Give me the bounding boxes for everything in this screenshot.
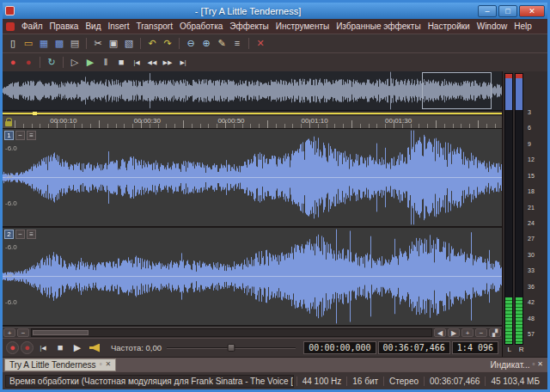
menu-item-2[interactable]: Вид: [82, 21, 104, 31]
pause-icon: ‖: [104, 58, 108, 67]
status-fields: 44 100 Hz16 битСтерео00:36:07,46645 103,…: [296, 377, 545, 386]
play-mini-button[interactable]: ▶: [70, 340, 85, 356]
meter-level-segment: [516, 297, 522, 344]
stop-button[interactable]: ■: [113, 55, 129, 70]
zoom-out-button[interactable]: −: [475, 328, 487, 337]
fast-forward-button[interactable]: ▶▶: [160, 55, 175, 70]
frequency-slider[interactable]: [167, 343, 296, 352]
ruler-major-ticks: [15, 120, 502, 128]
rewind-button[interactable]: ◀◀: [144, 55, 160, 70]
channel-collapse-button[interactable]: −: [15, 131, 25, 140]
overview-strip[interactable]: [3, 71, 502, 111]
channel-collapse-button[interactable]: −: [15, 230, 25, 239]
paste-button[interactable]: ▧: [121, 36, 137, 52]
channel-menu-button[interactable]: ≡: [27, 131, 36, 140]
db-scale-label: -∞: [5, 173, 12, 181]
zoom-in-button[interactable]: +: [461, 328, 474, 337]
zoom-in-time-button[interactable]: +: [3, 328, 15, 337]
save-all-button[interactable]: ▩: [52, 36, 67, 52]
menu-item-8[interactable]: Избранные эффекты: [333, 21, 424, 31]
record-mini-button[interactable]: ●: [6, 341, 19, 354]
view-indicator[interactable]: [422, 72, 492, 109]
monitor-speaker-icon: [89, 344, 100, 352]
pause-button[interactable]: ‖: [98, 55, 113, 70]
new-file-button[interactable]: ▯: [5, 36, 21, 52]
panel-pin-icon[interactable]: ▫: [532, 361, 535, 368]
go-to-end-button[interactable]: ▶|: [175, 55, 191, 70]
menu-item-5[interactable]: Обработка: [176, 21, 226, 31]
loop-playback-button[interactable]: ↻: [44, 55, 59, 70]
waveform-canvas-1[interactable]: [3, 129, 502, 226]
meter-bar-right[interactable]: [515, 73, 523, 345]
go-to-start-button[interactable]: |◀: [129, 55, 144, 70]
cut-button[interactable]: ✂: [90, 36, 106, 52]
meter-scale-label: 3: [528, 109, 531, 115]
record-remote-button[interactable]: ●: [21, 341, 34, 354]
tab-close-icon[interactable]: ✕: [105, 361, 111, 368]
menu-item-1[interactable]: Правка: [46, 21, 82, 31]
meter-scale-label: 48: [528, 315, 535, 321]
close-button[interactable]: ✕: [519, 5, 545, 17]
channel-number-badge[interactable]: 1: [4, 131, 14, 140]
copy-button[interactable]: ▣: [106, 36, 121, 52]
lock-icon[interactable]: [5, 121, 12, 126]
minimize-button[interactable]: –: [478, 5, 497, 17]
scroll-left-button[interactable]: ◀: [434, 328, 446, 337]
scroll-right-button[interactable]: ▶: [448, 328, 460, 337]
scrollbar-thumb[interactable]: [33, 330, 89, 335]
go-to-start-mini-button[interactable]: |◀: [35, 340, 51, 356]
menu-item-9[interactable]: Настройки: [425, 21, 474, 31]
export-button[interactable]: ▤: [67, 36, 82, 52]
play-button[interactable]: ▶: [82, 55, 98, 70]
edit-tool-button[interactable]: ✎: [214, 36, 229, 52]
monitor-speaker-button[interactable]: [87, 340, 102, 356]
menu-item-7[interactable]: Инструменты: [272, 21, 333, 31]
fast-forward-icon: ▶▶: [163, 59, 173, 65]
open-file-button[interactable]: ▭: [21, 36, 36, 52]
status-field-0: 44 100 Hz: [296, 377, 347, 386]
db-scale-label: -6.0: [5, 243, 17, 251]
mute-monitor-button[interactable]: ✕: [253, 36, 268, 52]
waveform-canvas-2[interactable]: [3, 228, 502, 325]
stop-icon: ■: [119, 58, 125, 67]
panel-close-icon[interactable]: ✕: [537, 361, 543, 368]
menu-item-11[interactable]: Help: [510, 21, 535, 31]
maximize-button[interactable]: □: [498, 5, 517, 17]
record-button[interactable]: ●: [5, 55, 21, 70]
menu-item-4[interactable]: Transport: [132, 21, 175, 31]
zoom-in-tool-button[interactable]: ⊕: [199, 36, 214, 52]
zoom-out-tool-button[interactable]: ⊖: [183, 36, 199, 52]
zoom-ratio-readout[interactable]: 1:4 096: [452, 341, 498, 354]
undo-button[interactable]: ↶: [144, 36, 160, 52]
redo-button[interactable]: ↷: [160, 36, 175, 52]
resize-grip-icon[interactable]: ▞: [489, 328, 501, 337]
menu-item-3[interactable]: Insert: [104, 21, 132, 31]
zoom-out-time-button[interactable]: −: [17, 328, 29, 337]
loop-record-button[interactable]: ●: [21, 55, 36, 70]
channel-number-badge[interactable]: 2: [4, 230, 14, 239]
total-length-readout[interactable]: 00:36:07,466: [378, 341, 450, 354]
waveform-channel-2[interactable]: 2 − ≡ -6.0 -∞ -6.0: [3, 228, 502, 327]
save-button[interactable]: ▦: [36, 36, 52, 52]
title-bar[interactable]: - [Try A Little Tenderness] – □ ✕: [3, 3, 547, 19]
menu-item-6[interactable]: Эффекты: [226, 21, 272, 31]
export-icon: ▤: [70, 39, 79, 48]
waveform-channel-1[interactable]: 1 − ≡ -6.0 -∞ -6.0: [3, 129, 502, 228]
frequency-slider-thumb[interactable]: [227, 344, 235, 352]
play-all-button[interactable]: ▷: [67, 55, 82, 70]
horizontal-scrollbar[interactable]: [31, 328, 432, 337]
document-tab[interactable]: Try A Little Tenderness ▫ ✕: [4, 358, 116, 371]
menu-item-0[interactable]: Файл: [18, 21, 46, 31]
stop-mini-button[interactable]: ■: [52, 340, 68, 356]
meter-bar-left[interactable]: [504, 73, 513, 345]
time-ruler[interactable]: 00:00:1000:00:3000:00:5000:01:1000:01:30: [3, 116, 502, 129]
tab-pin-icon[interactable]: ▫: [100, 361, 102, 368]
loop-marker[interactable]: [33, 112, 37, 115]
channel-menu-button[interactable]: ≡: [27, 230, 36, 239]
document-icon[interactable]: [6, 22, 15, 31]
menu-item-10[interactable]: Window: [474, 21, 511, 31]
meter-panel-tab[interactable]: Индикат... ▫ ✕: [491, 360, 546, 370]
properties-button[interactable]: ≡: [229, 36, 245, 52]
position-readout[interactable]: 00:00:00,000: [303, 341, 376, 354]
meter-scale-label: 6: [528, 125, 531, 131]
